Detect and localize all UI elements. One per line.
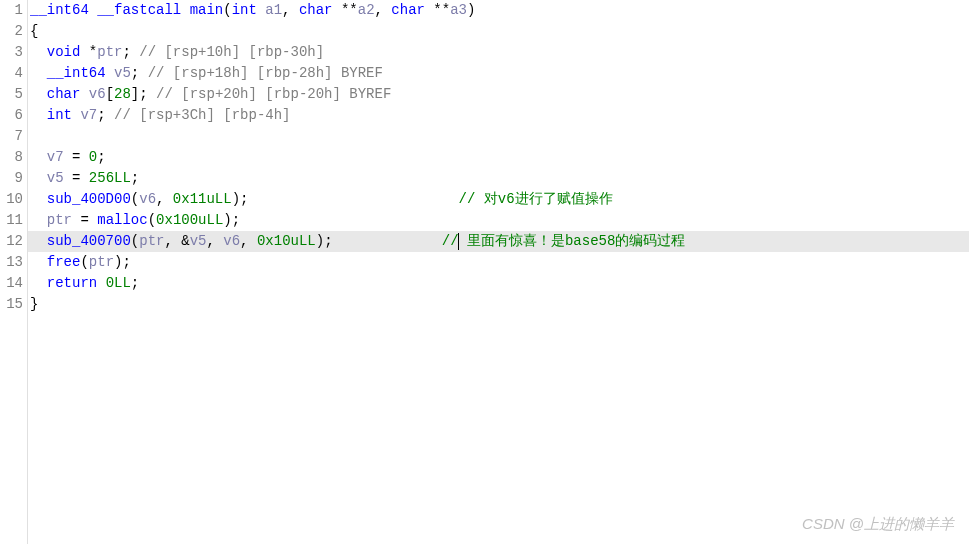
- semicolon: ;: [131, 275, 139, 291]
- number: 256LL: [89, 170, 131, 186]
- semicolon: ;: [97, 107, 105, 123]
- type-token: char: [391, 2, 425, 18]
- pointer: **: [425, 2, 450, 18]
- arg: ptr: [139, 233, 164, 249]
- comment: // 对v6进行了赋值操作: [459, 191, 613, 207]
- paren: (: [223, 2, 231, 18]
- number: 28: [114, 86, 131, 102]
- code-line[interactable]: [28, 126, 969, 147]
- code-line[interactable]: {: [28, 21, 969, 42]
- type-token: int: [232, 2, 257, 18]
- function-call: sub_400D00: [47, 191, 131, 207]
- paren: (: [131, 233, 139, 249]
- type-token: __fastcall: [97, 2, 181, 18]
- number: 0LL: [97, 275, 131, 291]
- semicolon: ;: [97, 149, 105, 165]
- comma: ,: [282, 2, 290, 18]
- code-line[interactable]: free(ptr);: [28, 252, 969, 273]
- code-line[interactable]: __int64 v5; // [rsp+18h] [rbp-28h] BYREF: [28, 63, 969, 84]
- line-number: 12: [0, 231, 23, 252]
- line-number: 4: [0, 63, 23, 84]
- line-number: 3: [0, 42, 23, 63]
- line-number-gutter: 1 2 3 4 5 6 7 8 9 10 11 12 13 14 15: [0, 0, 28, 544]
- paren: );: [232, 191, 249, 207]
- line-number: 7: [0, 126, 23, 147]
- comma: ,: [240, 233, 257, 249]
- comment: // [rsp+20h] [rbp-20h] BYREF: [148, 86, 392, 102]
- code-line[interactable]: char v6[28]; // [rsp+20h] [rbp-20h] BYRE…: [28, 84, 969, 105]
- code-line[interactable]: }: [28, 294, 969, 315]
- code-line[interactable]: int v7; // [rsp+3Ch] [rbp-4h]: [28, 105, 969, 126]
- number: 0x10uLL: [257, 233, 316, 249]
- comma: ,: [156, 191, 173, 207]
- semicolon: ;: [131, 65, 139, 81]
- line-number: 6: [0, 105, 23, 126]
- line-number: 9: [0, 168, 23, 189]
- function-call: free: [47, 254, 81, 270]
- comment: // [rsp+3Ch] [rbp-4h]: [106, 107, 291, 123]
- comment: // 里面有惊喜！是base58的编码过程: [442, 233, 686, 249]
- paren: );: [223, 212, 240, 228]
- variable: ptr: [47, 212, 72, 228]
- param: a3: [450, 2, 467, 18]
- code-line[interactable]: sub_400D00(v6, 0x11uLL); // 对v6进行了赋值操作: [28, 189, 969, 210]
- paren: (: [80, 254, 88, 270]
- number: 0: [89, 149, 97, 165]
- number: 0x100uLL: [156, 212, 223, 228]
- comma: ,: [206, 233, 223, 249]
- arg: v5: [190, 233, 207, 249]
- paren: );: [114, 254, 131, 270]
- line-number: 5: [0, 84, 23, 105]
- line-number: 8: [0, 147, 23, 168]
- pointer: *: [80, 44, 97, 60]
- variable: v6: [89, 86, 106, 102]
- comma: , &: [164, 233, 189, 249]
- brace: }: [30, 296, 38, 312]
- variable: v7: [47, 149, 64, 165]
- code-area[interactable]: __int64 __fastcall main(int a1, char **a…: [28, 0, 969, 544]
- arg: ptr: [89, 254, 114, 270]
- type-token: int: [47, 107, 72, 123]
- type-token: __int64: [47, 65, 106, 81]
- line-number: 2: [0, 21, 23, 42]
- arg: v6: [223, 233, 240, 249]
- comma: ,: [375, 2, 383, 18]
- function-call: sub_400700: [47, 233, 131, 249]
- paren: ): [467, 2, 475, 18]
- paren: );: [316, 233, 333, 249]
- code-line[interactable]: ptr = malloc(0x100uLL);: [28, 210, 969, 231]
- semicolon: ;: [122, 44, 130, 60]
- variable: v5: [114, 65, 131, 81]
- variable: ptr: [97, 44, 122, 60]
- operator: =: [72, 212, 97, 228]
- line-number: 13: [0, 252, 23, 273]
- paren: (: [148, 212, 156, 228]
- function-call: malloc: [97, 212, 147, 228]
- arg: v6: [139, 191, 156, 207]
- param: a1: [265, 2, 282, 18]
- comment: // [rsp+18h] [rbp-28h] BYREF: [139, 65, 383, 81]
- type-token: char: [47, 86, 81, 102]
- line-number: 10: [0, 189, 23, 210]
- line-number: 1: [0, 0, 23, 21]
- code-line[interactable]: void *ptr; // [rsp+10h] [rbp-30h]: [28, 42, 969, 63]
- line-number: 14: [0, 273, 23, 294]
- type-token: char: [299, 2, 333, 18]
- bracket: ];: [131, 86, 148, 102]
- code-editor[interactable]: 1 2 3 4 5 6 7 8 9 10 11 12 13 14 15 __in…: [0, 0, 969, 544]
- code-line-highlighted[interactable]: sub_400700(ptr, &v5, v6, 0x10uLL); // 里面…: [28, 231, 969, 252]
- variable: v5: [47, 170, 64, 186]
- line-number: 11: [0, 210, 23, 231]
- code-line[interactable]: v5 = 256LL;: [28, 168, 969, 189]
- watermark: CSDN @上进的懒羊羊: [802, 515, 954, 534]
- line-number: 15: [0, 294, 23, 315]
- operator: =: [64, 149, 89, 165]
- keyword: return: [47, 275, 97, 291]
- code-line[interactable]: v7 = 0;: [28, 147, 969, 168]
- code-line[interactable]: __int64 __fastcall main(int a1, char **a…: [28, 0, 969, 21]
- bracket: [: [106, 86, 114, 102]
- number: 0x11uLL: [173, 191, 232, 207]
- code-line[interactable]: return 0LL;: [28, 273, 969, 294]
- operator: =: [64, 170, 89, 186]
- pointer: **: [333, 2, 358, 18]
